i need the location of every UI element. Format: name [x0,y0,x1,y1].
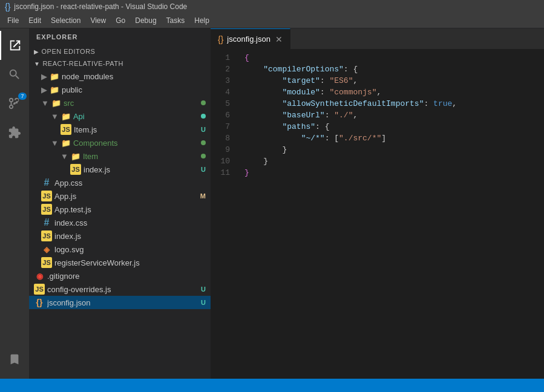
folder-chevron: ▼ [51,139,59,148]
public-label: public [62,85,211,94]
project-section[interactable]: ▼ REACT-RELATIVE-PATH [29,57,211,70]
sidebar-header: EXPLORER [29,28,211,45]
folder-icon: 📁 [71,152,80,161]
tree-item-app-js[interactable]: JS App.js M [29,189,211,203]
bookmark-activity-icon[interactable] [0,345,29,374]
item-folder-label: Item [83,152,201,161]
editor-area: {} jsconfig.json ✕ 1 2 3 4 5 6 7 8 9 10 … [211,28,544,379]
menu-bar: FileEditSelectionViewGoDebugTasksHelp [0,13,544,28]
tree-item-register-sw[interactable]: JS registerServiceWorker.js [29,256,211,269]
code-content[interactable]: { "compilerOptions": { "target": "ES6", … [240,52,544,376]
tree-item-index-css[interactable]: # index.css [29,216,211,229]
open-editors-label: OPEN EDITORS [42,48,96,55]
tab-jsconfig[interactable]: {} jsconfig.json ✕ [211,28,290,49]
tab-file-icon: {} [218,34,223,44]
jsconfig-label: jsconfig.json [47,298,201,307]
api-dot [201,114,206,119]
folder-icon: 📁 [51,99,61,108]
status-bar [0,379,544,392]
components-label: Components [73,139,201,148]
folder-chevron: ▶ [41,85,47,94]
item-js-label: Item.js [74,125,201,134]
folder-chevron: ▼ [61,152,68,161]
menu-item-view[interactable]: View [85,15,111,26]
tab-close-button[interactable]: ✕ [275,34,283,44]
css-file-icon: # [41,177,52,188]
explorer-activity-icon[interactable] [0,31,29,60]
tree-item-item-folder[interactable]: ▼ 📁 Item [29,149,211,163]
sidebar: EXPLORER ▶ OPEN EDITORS ▼ REACT-RELATIVE… [29,28,211,379]
app-test-js-label: App.test.js [54,205,211,214]
src-label: src [64,99,201,108]
title-text: jsconfig.json - react-relative-path - Vi… [14,2,187,11]
js-file-icon: JS [61,124,71,135]
tree-item-node-modules[interactable]: ▶ 📁 node_modules [29,70,211,83]
item-js-badge: U [201,126,206,133]
app-icon: {} [5,2,10,11]
api-label: Api [73,112,201,121]
tree-item-config-overrides[interactable]: JS config-overrides.js U [29,283,211,296]
menu-item-edit[interactable]: Edit [24,15,46,26]
menu-item-file[interactable]: File [2,15,24,26]
tree-item-public[interactable]: ▶ 📁 public [29,83,211,96]
menu-item-tasks[interactable]: Tasks [162,15,190,26]
menu-item-help[interactable]: Help [189,15,214,26]
app-js-badge: M [200,192,206,200]
svg-file-icon: ◈ [41,244,52,255]
config-overrides-badge: U [201,286,206,293]
line-numbers: 1 2 3 4 5 6 7 8 9 10 11 [211,52,240,376]
tab-bar: {} jsconfig.json ✕ [211,28,544,50]
config-overrides-label: config-overrides.js [47,285,201,294]
code-editor[interactable]: 1 2 3 4 5 6 7 8 9 10 11 { "compilerOptio… [211,50,544,379]
folder-icon: 📁 [61,139,71,148]
menu-item-go[interactable]: Go [111,15,130,26]
tree-item-jsconfig[interactable]: {} jsconfig.json U [29,296,211,309]
index-js-label: index.js [54,232,211,241]
tree-item-logo-svg[interactable]: ◈ logo.svg [29,243,211,256]
app-css-label: App.css [54,178,211,188]
gitignore-label: .gitignore [47,272,211,281]
json-file-icon: {} [34,297,45,308]
source-control-activity-icon[interactable]: 7 [0,89,29,118]
tree-item-api[interactable]: ▼ 📁 Api [29,109,211,123]
js-file-icon: JS [70,164,81,175]
js-file-icon: JS [41,191,52,201]
tree-item-src[interactable]: ▼ 📁 src [29,96,211,109]
tree-item-gitignore[interactable]: ◉ .gitignore [29,269,211,283]
register-sw-label: registerServiceWorker.js [54,258,211,267]
menu-item-selection[interactable]: Selection [46,15,85,26]
folder-chevron: ▼ [51,112,59,121]
src-dot [201,100,206,105]
menu-item-debug[interactable]: Debug [130,15,161,26]
tree-item-item-js[interactable]: JS Item.js U [29,123,211,136]
components-dot [201,140,206,145]
search-activity-icon[interactable] [0,60,29,89]
index-css-label: index.css [54,218,211,227]
folder-icon: 📁 [50,72,59,81]
tab-label: jsconfig.json [227,34,270,44]
js-file-icon: JS [41,204,52,215]
jsconfig-badge: U [201,299,206,306]
project-chevron: ▼ [34,60,40,67]
project-label: REACT-RELATIVE-PATH [42,60,123,67]
node-modules-label: node_modules [62,72,211,81]
folder-icon: 📁 [50,85,59,94]
folder-chevron: ▼ [41,99,49,108]
open-editors-section[interactable]: ▶ OPEN EDITORS [29,45,211,57]
tree-item-app-css[interactable]: # App.css [29,176,211,189]
activity-bar: 7 [0,28,29,379]
tree-item-index-js[interactable]: JS index.js [29,229,211,243]
folder-icon: 📁 [61,112,71,121]
logo-svg-label: logo.svg [54,245,211,254]
index-js-item-label: index.js [84,165,201,174]
source-control-badge: 7 [18,93,27,100]
js-file-icon: JS [41,257,52,268]
extensions-activity-icon[interactable] [0,118,29,147]
git-file-icon: ◉ [34,270,45,281]
tree-item-app-test-js[interactable]: JS App.test.js [29,203,211,216]
item-folder-dot [201,154,206,158]
js-file-icon: JS [34,284,45,295]
tree-item-components[interactable]: ▼ 📁 Components [29,136,211,149]
index-js-item-badge: U [201,166,206,173]
tree-item-index-js-item[interactable]: JS index.js U [29,163,211,176]
